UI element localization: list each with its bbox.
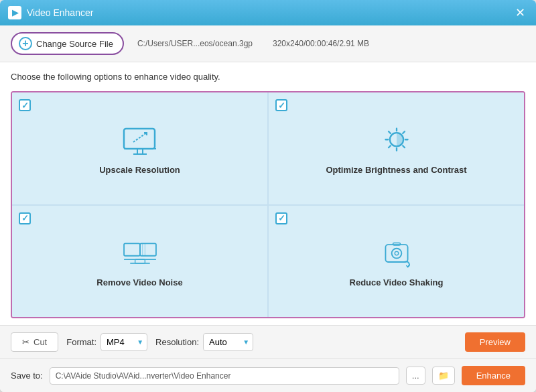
main-window: ▶ Video Enhancer ✕ + Change Source File …	[0, 0, 536, 392]
save-path-input[interactable]	[50, 367, 399, 385]
checkbox-brightness[interactable]	[275, 99, 287, 111]
options-grid: Upscale Resolution	[11, 91, 525, 318]
brightness-icon	[375, 125, 418, 158]
scissors-icon: ✂	[22, 337, 29, 347]
app-icon: ▶	[8, 6, 21, 19]
open-folder-button[interactable]: 📁	[432, 367, 455, 385]
save-bar: Save to: ... 📁 Enhance	[0, 358, 536, 392]
shaking-icon	[375, 237, 418, 271]
checkbox-shaking[interactable]	[275, 212, 287, 224]
format-select[interactable]: MP4 AVI MKV MOV	[100, 333, 147, 351]
svg-rect-20	[385, 245, 407, 262]
option-brightness[interactable]: Optimize Brightness and Contrast	[268, 92, 524, 205]
checkbox-upscale[interactable]	[19, 99, 31, 111]
save-label: Save to:	[11, 371, 43, 381]
svg-line-14	[389, 145, 391, 147]
change-source-button[interactable]: + Change Source File	[11, 32, 124, 55]
file-meta: 320x240/00:00:46/2.91 MB	[273, 39, 369, 48]
noise-icon	[119, 237, 161, 271]
file-path: C:/Users/USER...eos/ocean.3gp	[137, 39, 253, 48]
svg-point-21	[391, 249, 401, 259]
option-noise[interactable]: Remove Video Noise	[12, 205, 268, 318]
checkbox-shaking-box[interactable]	[275, 212, 287, 224]
upscale-label: Upscale Resolution	[99, 165, 180, 175]
browse-button[interactable]: ...	[406, 367, 425, 385]
format-section: Format: MP4 AVI MKV MOV ▼	[66, 333, 147, 351]
noise-label: Remove Video Noise	[96, 277, 182, 287]
title-bar: ▶ Video Enhancer ✕	[0, 0, 536, 25]
cut-label: Cut	[34, 337, 47, 347]
description-text: Choose the following options to enhance …	[11, 72, 525, 82]
brightness-label: Optimize Brightness and Contrast	[326, 165, 466, 175]
format-label: Format:	[66, 337, 96, 347]
checkbox-upscale-box[interactable]	[19, 99, 31, 111]
svg-line-12	[403, 145, 405, 147]
enhance-button[interactable]: Enhance	[462, 366, 525, 385]
change-source-label: Change Source File	[36, 39, 113, 49]
resolution-section: Resolution: Auto 1080p 720p 480p ▼	[155, 333, 253, 351]
upscale-icon	[119, 125, 161, 158]
bottom-toolbar: ✂ Cut Format: MP4 AVI MKV MOV ▼ Resoluti…	[0, 325, 536, 358]
resolution-label: Resolution:	[155, 337, 199, 347]
svg-line-13	[403, 131, 405, 133]
checkbox-noise[interactable]	[19, 212, 31, 224]
option-upscale[interactable]: Upscale Resolution	[12, 92, 268, 205]
svg-rect-23	[393, 243, 400, 246]
resolution-select[interactable]: Auto 1080p 720p 480p	[203, 333, 253, 351]
window-title: Video Enhancer	[27, 7, 93, 18]
title-bar-left: ▶ Video Enhancer	[8, 6, 93, 19]
plus-icon: +	[19, 37, 32, 50]
checkbox-brightness-box[interactable]	[275, 99, 287, 111]
close-button[interactable]: ✕	[513, 5, 528, 20]
svg-line-5	[133, 133, 147, 142]
svg-rect-15	[124, 244, 140, 256]
cut-button[interactable]: ✂ Cut	[11, 332, 58, 352]
option-shaking[interactable]: Reduce Video Shaking	[268, 205, 524, 318]
main-content: Choose the following options to enhance …	[0, 62, 536, 325]
svg-rect-0	[124, 129, 155, 149]
format-select-wrapper: MP4 AVI MKV MOV ▼	[100, 333, 147, 351]
file-toolbar: + Change Source File C:/Users/USER...eos…	[0, 25, 536, 62]
resolution-select-wrapper: Auto 1080p 720p 480p ▼	[203, 333, 253, 351]
folder-icon: 📁	[438, 371, 449, 381]
shaking-label: Reduce Video Shaking	[350, 277, 444, 287]
svg-point-22	[395, 252, 399, 256]
checkbox-noise-box[interactable]	[19, 212, 31, 224]
svg-line-11	[389, 131, 391, 133]
preview-button[interactable]: Preview	[465, 332, 525, 352]
